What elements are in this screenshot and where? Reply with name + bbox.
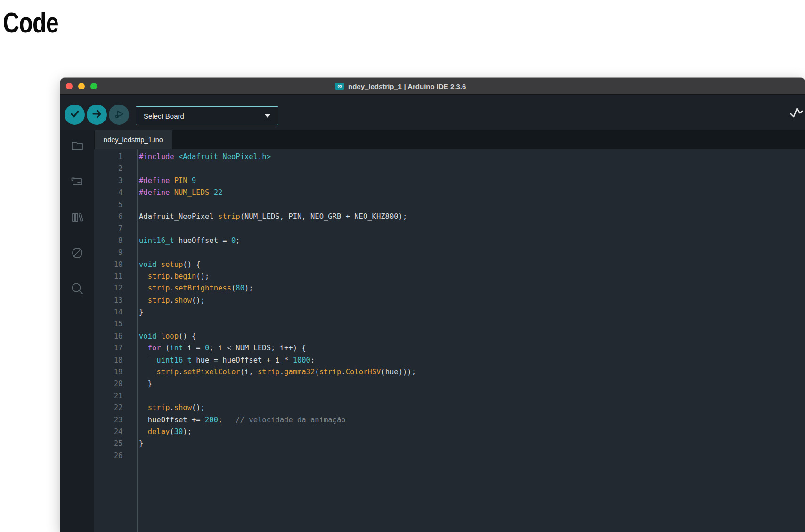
line-number: 24 [94,426,122,438]
window-titlebar[interactable]: ∞ ndey_ledstrip_1 | Arduino IDE 2.3.6 [60,78,805,95]
line-number: 16 [94,330,122,342]
line-number: 1 [94,151,122,163]
code-line[interactable]: uint16_t hueOffset = 0; [139,235,805,247]
serial-plotter-button[interactable] [789,106,804,121]
line-number: 6 [94,211,122,223]
line-number: 20 [94,378,122,390]
code-line[interactable]: strip.begin(); [139,271,805,282]
line-number: 7 [94,223,122,234]
arduino-logo-icon: ∞ [335,83,344,90]
code-line[interactable] [139,199,805,211]
code-line[interactable]: #include <Adafruit_NeoPixel.h> [139,151,805,163]
line-number: 10 [94,259,122,271]
code-lines[interactable]: #include <Adafruit_NeoPixel.h>#define PI… [139,151,805,462]
verify-button[interactable] [65,105,85,125]
chevron-down-icon [265,114,270,118]
sketchbook-folder-icon [70,138,84,154]
zoom-window-button[interactable] [90,83,97,89]
code-line[interactable]: for (int i = 0; i < NUM_LEDS; i++) { [139,342,805,354]
line-number: 19 [94,366,122,378]
line-number: 15 [94,318,122,330]
library-manager-icon [70,210,84,226]
code-line[interactable]: strip.setPixelColor(i, strip.gamma32(str… [139,366,805,378]
debug-disabled-icon [70,246,84,262]
boards-manager-icon [70,174,84,190]
line-number: 12 [94,282,122,294]
window-title: ndey_ledstrip_1 | Arduino IDE 2.3.6 [348,82,466,90]
sidebar-item-boards-manager[interactable] [70,175,84,189]
code-line[interactable]: } [139,438,805,450]
code-line[interactable] [139,318,805,330]
code-line[interactable]: strip.show(); [139,295,805,306]
code-line[interactable] [139,450,805,462]
page-title: Code [3,6,58,39]
code-line[interactable]: strip.setBrightness(80); [139,282,805,294]
line-number: 5 [94,199,122,211]
line-number: 26 [94,450,122,462]
code-line[interactable]: delay(30); [139,426,805,438]
line-number: 3 [94,175,122,187]
indent-guide [148,355,148,379]
code-line[interactable]: uint16_t hue = hueOffset + i * 1000; [139,355,805,366]
sidebar-item-sketchbook[interactable] [70,139,84,153]
serial-plotter-icon [790,106,803,121]
code-line[interactable] [139,390,805,402]
line-number: 9 [94,247,122,258]
upload-button[interactable] [87,105,107,125]
board-selector-label: Select Board [144,112,265,120]
code-editor[interactable]: 1234567891011121314151617181920212223242… [94,149,805,532]
code-line[interactable]: strip.show(); [139,402,805,414]
toolbar: Select Board [60,95,805,130]
board-selector-dropdown[interactable]: Select Board [136,106,278,125]
line-number: 14 [94,306,122,318]
upload-icon [91,108,103,121]
tab-label: ndey_ledstrip_1.ino [104,136,163,144]
line-number: 13 [94,295,122,306]
line-number: 11 [94,271,122,282]
line-number-gutter: 1234567891011121314151617181920212223242… [94,151,122,462]
code-line[interactable]: Adafruit_NeoPixel strip(NUM_LEDS, PIN, N… [139,211,805,223]
line-number: 18 [94,355,122,366]
line-number: 23 [94,414,122,426]
code-line[interactable]: } [139,378,805,390]
line-number: 8 [94,235,122,247]
arduino-ide-window: ∞ ndey_ledstrip_1 | Arduino IDE 2.3.6 [60,78,805,532]
code-line[interactable]: } [139,306,805,318]
tab-ndey-ledstrip-1[interactable]: ndey_ledstrip_1.ino [95,130,172,149]
sidebar-item-library-manager[interactable] [70,211,84,225]
sidebar-item-debug[interactable] [70,247,84,261]
code-line[interactable] [139,223,805,234]
line-number: 21 [94,390,122,402]
gutter-border [137,149,138,532]
line-number: 17 [94,342,122,354]
code-line[interactable] [139,163,805,175]
activity-sidebar [60,130,94,532]
code-line[interactable] [139,247,805,258]
sidebar-item-search[interactable] [70,282,84,297]
debug-icon [113,108,125,122]
code-line[interactable]: void setup() { [139,259,805,271]
code-line[interactable]: #define PIN 9 [139,175,805,187]
verify-icon [69,108,81,121]
line-number: 2 [94,163,122,175]
tab-bar: ndey_ledstrip_1.ino [94,130,805,149]
search-icon [70,282,84,298]
minimize-window-button[interactable] [78,83,85,89]
code-line[interactable]: #define NUM_LEDS 22 [139,187,805,199]
line-number: 4 [94,187,122,199]
close-window-button[interactable] [66,83,73,89]
line-number: 22 [94,402,122,414]
line-number: 25 [94,438,122,450]
debug-button[interactable] [109,105,129,125]
code-line[interactable]: void loop() { [139,330,805,342]
code-line[interactable]: hueOffset += 200; // velocidade da anima… [139,414,805,426]
